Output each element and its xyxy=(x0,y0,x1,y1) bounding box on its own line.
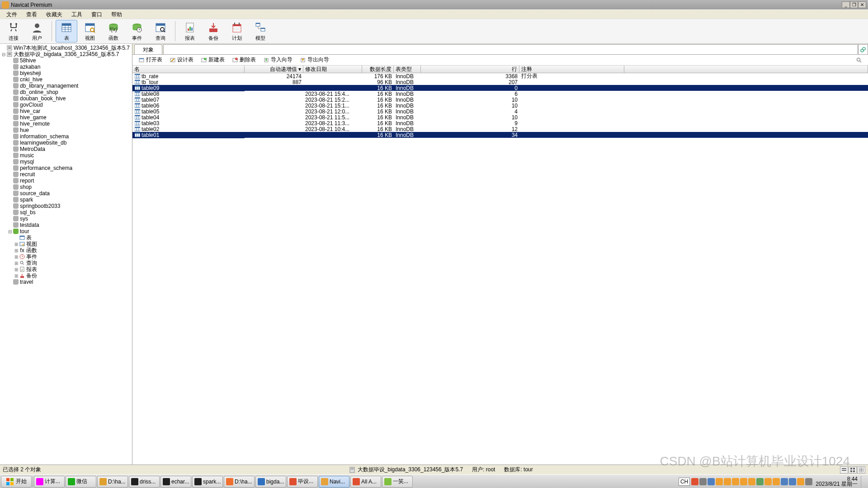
tree-database-performance_schema[interactable]: performance_schema xyxy=(0,165,132,171)
tree-database-learningwebsite_db[interactable]: learningwebsite_db xyxy=(0,140,132,146)
taskbar-task[interactable]: driss... xyxy=(129,476,160,488)
table-list-grid[interactable]: 名 自动递增值 ▾ 修改日期 数据长度 表类型 行 注释 tb_rate2417… xyxy=(132,66,868,465)
table-row[interactable]: table072023-08-21 15:2...16 KBInnoDB10 xyxy=(132,97,868,103)
tree-folder-事件[interactable]: ⊞事件 xyxy=(0,253,132,260)
export-wizard-button[interactable]: 导出向导 xyxy=(297,55,332,65)
tree-database-report[interactable]: report xyxy=(0,178,132,184)
tree-folder-报表[interactable]: ⊞报表 xyxy=(0,266,132,272)
minimize-button[interactable]: _ xyxy=(842,1,850,8)
show-desktop-button[interactable] xyxy=(861,476,865,488)
expand-icon[interactable]: ⊞ xyxy=(14,261,19,266)
table-row[interactable]: tb_tour88796 KBInnoDB207 xyxy=(132,79,868,85)
tray-icon[interactable] xyxy=(805,478,812,485)
view-list-button[interactable] xyxy=(840,466,848,474)
tree-database-springbootb2033[interactable]: springbootb2033 xyxy=(0,203,132,209)
taskbar-task[interactable]: echar... xyxy=(160,476,191,488)
tree-database-travel[interactable]: travel xyxy=(0,279,132,285)
ime-indicator[interactable]: CH xyxy=(679,478,690,486)
expand-icon[interactable]: ⊞ xyxy=(14,248,19,253)
taskbar-clock[interactable]: 8:442023/8/21 星期一 xyxy=(814,477,859,487)
connection-tree[interactable]: Win7本地测试_localhost_3306_123456_版本5.7⊟大数据… xyxy=(0,44,132,465)
tray-icon[interactable] xyxy=(797,478,804,485)
tray-icon[interactable] xyxy=(789,478,796,485)
tray-icon[interactable] xyxy=(773,478,780,485)
tree-database-db_online_shop[interactable]: db_online_shop xyxy=(0,89,132,95)
tree-database-hue[interactable]: hue xyxy=(0,127,132,133)
tree-folder-表[interactable]: 表 xyxy=(0,235,132,241)
menu-帮助[interactable]: 帮助 xyxy=(107,10,127,19)
tree-database-hive_remote[interactable]: hive_remote xyxy=(0,121,132,127)
tree-database-douban_book_hive[interactable]: douban_book_hive xyxy=(0,95,132,102)
search-button[interactable] xyxy=(853,56,865,65)
tree-folder-查询[interactable]: ⊞查询 xyxy=(0,260,132,266)
delete-table-button[interactable]: −删除表 xyxy=(229,55,259,65)
new-table-button[interactable]: +新建表 xyxy=(198,55,228,65)
menu-查看[interactable]: 查看 xyxy=(22,10,42,19)
col-comment[interactable]: 注释 xyxy=(519,66,624,73)
tree-database-sys[interactable]: sys xyxy=(0,216,132,222)
toolbar-func-button[interactable]: f(x)函数 xyxy=(103,20,124,42)
tree-database-sql_bs[interactable]: sql_bs xyxy=(0,209,132,216)
tray-icon[interactable] xyxy=(764,478,772,485)
tree-database-cnki_hive[interactable]: cnki_hive xyxy=(0,76,132,83)
tree-database-MetroData[interactable]: MetroData xyxy=(0,146,132,152)
taskbar-task[interactable]: D:\ha... xyxy=(224,476,255,488)
taskbar-task[interactable]: 微信 xyxy=(66,476,96,488)
toolbar-connect-button[interactable]: 连接 xyxy=(3,20,24,42)
table-row[interactable]: tb_rate24174176 KBInnoDB3368打分表 xyxy=(132,73,868,79)
tree-database-db_library_management[interactable]: db_library_management xyxy=(0,83,132,89)
taskbar-task[interactable]: bigda... xyxy=(255,476,286,488)
col-type[interactable]: 表类型 xyxy=(394,66,421,73)
toolbar-table-button[interactable]: 表 xyxy=(56,20,77,42)
tree-database-mysql[interactable]: mysql xyxy=(0,159,132,165)
expand-icon[interactable]: ⊟ xyxy=(1,52,6,57)
taskbar-task[interactable]: 计算... xyxy=(34,476,65,488)
tree-database-shop[interactable]: shop xyxy=(0,184,132,190)
toolbar-model-button[interactable]: 模型 xyxy=(250,20,271,42)
menu-窗口[interactable]: 窗口 xyxy=(87,10,107,19)
tray-icon[interactable] xyxy=(716,478,723,485)
view-detail-button[interactable] xyxy=(849,466,857,474)
toolbar-backup-button[interactable]: 备份 xyxy=(203,20,224,42)
expand-icon[interactable]: ⊞ xyxy=(14,242,19,247)
table-row[interactable]: table042023-08-21 11:5...16 KBInnoDB10 xyxy=(132,114,868,120)
tree-database-azkaban[interactable]: azkaban xyxy=(0,64,132,70)
close-button[interactable]: ✕ xyxy=(858,1,866,8)
table-row[interactable]: table022023-08-21 10:4...16 KBInnoDB12 xyxy=(132,126,868,132)
menu-文件[interactable]: 文件 xyxy=(2,10,22,19)
toolbar-schedule-button[interactable]: 计划 xyxy=(226,20,248,42)
tray-icon[interactable] xyxy=(781,478,788,485)
tab-new-button[interactable] xyxy=(858,44,868,54)
tree-folder-函数[interactable]: ⊞fx函数 xyxy=(0,247,132,253)
tree-database-recruit[interactable]: recruit xyxy=(0,171,132,178)
taskbar-task[interactable]: 毕设... xyxy=(287,476,318,488)
toolbar-query-button[interactable]: 查询 xyxy=(150,20,171,42)
tree-database-tour[interactable]: ⊟tour xyxy=(0,228,132,235)
table-row[interactable]: table0116 KBInnoDB34 xyxy=(132,132,868,138)
toolbar-event-button[interactable]: 事件 xyxy=(126,20,148,42)
design-table-button[interactable]: 设计表 xyxy=(166,55,197,65)
tree-database-spark[interactable]: spark xyxy=(0,197,132,203)
table-row[interactable]: table0916 KBInnoDB0 xyxy=(132,85,868,91)
import-wizard-button[interactable]: 导入向导 xyxy=(260,55,296,65)
tab-objects[interactable]: 对象 xyxy=(134,44,162,54)
expand-icon[interactable]: ⊞ xyxy=(14,273,19,278)
tree-database-music[interactable]: music xyxy=(0,152,132,159)
tree-database-58hive[interactable]: 58hive xyxy=(0,57,132,64)
tree-database-hive_car[interactable]: hive_car xyxy=(0,108,132,114)
tree-folder-视图[interactable]: ⊞视图 xyxy=(0,241,132,247)
tray-icon[interactable] xyxy=(756,478,764,485)
tree-connection[interactable]: ⊟大数据毕设_bigdata_3306_123456_版本5.7 xyxy=(0,51,132,57)
start-button[interactable]: 开始 xyxy=(1,476,32,488)
col-rows[interactable]: 行 xyxy=(421,66,519,73)
tree-database-information_schema[interactable]: information_schema xyxy=(0,133,132,140)
taskbar-task[interactable]: D:\ha... xyxy=(97,476,128,488)
table-row[interactable]: table062023-08-21 15:1...16 KBInnoDB10 xyxy=(132,103,868,108)
col-name[interactable]: 名 xyxy=(132,66,245,73)
taskbar-task[interactable]: spark... xyxy=(192,476,223,488)
table-row[interactable]: table082023-08-21 15:4...16 KBInnoDB6 xyxy=(132,91,868,97)
tree-database-source_data[interactable]: source_data xyxy=(0,190,132,197)
tree-database-govCloud[interactable]: govCloud xyxy=(0,102,132,108)
tray-icon[interactable] xyxy=(699,478,707,485)
toolbar-user-button[interactable]: 用户 xyxy=(26,20,48,42)
